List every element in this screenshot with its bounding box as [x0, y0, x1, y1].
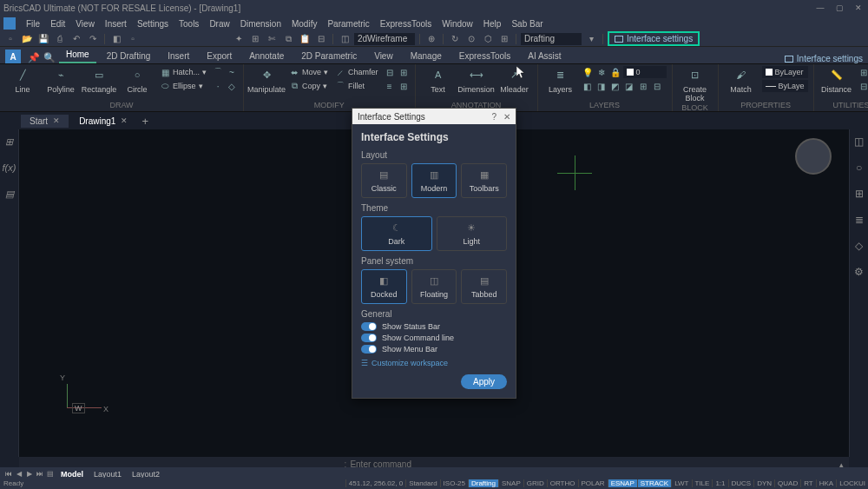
- menu-expresstools[interactable]: ExpressTools: [375, 17, 437, 30]
- menu-sabbar[interactable]: Sab Bar: [506, 17, 548, 30]
- chevron-down-icon[interactable]: ▾: [584, 33, 598, 45]
- menu-view[interactable]: View: [70, 17, 100, 30]
- status-ducs[interactable]: DUCS: [728, 479, 754, 487]
- menu-draw[interactable]: Draw: [204, 17, 234, 30]
- tab-home[interactable]: Home: [59, 47, 96, 63]
- trim-icon[interactable]: ⊟: [384, 66, 396, 78]
- menu-parametric[interactable]: Parametric: [322, 17, 374, 30]
- nav-cube[interactable]: [795, 138, 832, 175]
- layer-tool-icon[interactable]: ◨: [595, 80, 608, 92]
- toggle-status-bar[interactable]: Show Status Bar: [361, 322, 507, 331]
- maximize-icon[interactable]: ▢: [833, 3, 845, 13]
- tab-annotate[interactable]: Annotate: [242, 49, 291, 63]
- fillet-button[interactable]: ⌒Fillet: [333, 80, 380, 92]
- array-icon[interactable]: ⊞: [398, 80, 410, 92]
- tab-insert[interactable]: Insert: [161, 49, 196, 63]
- copy-icon[interactable]: ⧉: [281, 33, 295, 45]
- tab-expresstools[interactable]: ExpressTools: [452, 49, 517, 63]
- doc-tab-drawing1[interactable]: Drawing1✕: [70, 115, 136, 128]
- view-icon-2[interactable]: ⊞: [497, 33, 511, 45]
- move-button[interactable]: ⬌Move▾: [287, 66, 330, 78]
- text-button[interactable]: AText: [421, 66, 456, 94]
- pin-icon[interactable]: 📌: [28, 51, 40, 63]
- target-icon[interactable]: ⊕: [424, 33, 438, 45]
- dialog-header[interactable]: Interface Settings ? ✕: [352, 109, 516, 124]
- fx-icon[interactable]: f(x): [3, 161, 16, 175]
- layer-tool-icon[interactable]: ◪: [623, 80, 635, 92]
- status-snap[interactable]: SNAP: [498, 479, 523, 487]
- dimension-button[interactable]: ⟷Dimension: [459, 66, 494, 94]
- view-icon[interactable]: ⬡: [481, 33, 495, 45]
- status-esnap[interactable]: ESNAP: [608, 479, 637, 487]
- layout-modern-option[interactable]: ▥Modern: [411, 163, 457, 198]
- cut-icon[interactable]: ✄: [265, 33, 279, 45]
- layer-icon[interactable]: ◧: [109, 33, 123, 45]
- workspace-dropdown[interactable]: Drafting: [521, 33, 582, 45]
- status-grid[interactable]: GRID: [523, 479, 547, 487]
- toggle-switch[interactable]: [361, 345, 377, 354]
- toggle-switch[interactable]: [361, 334, 377, 342]
- layer-lock-icon[interactable]: 🔒: [609, 66, 621, 78]
- menu-dimension[interactable]: Dimension: [235, 17, 286, 30]
- print-icon[interactable]: ⎙: [53, 33, 67, 45]
- status-strack[interactable]: STRACK: [637, 479, 671, 487]
- layer-on-icon[interactable]: 💡: [582, 66, 594, 78]
- layer-tool-icon[interactable]: ◩: [609, 80, 621, 92]
- layer-current-dropdown[interactable]: 0: [623, 66, 667, 78]
- status-lockui[interactable]: LOCKUI: [836, 479, 868, 487]
- status-dyn[interactable]: DYN: [753, 479, 774, 487]
- menu-help[interactable]: Help: [478, 17, 507, 30]
- linetype-dropdown[interactable]: ByLaye: [762, 80, 808, 92]
- menu-edit[interactable]: Edit: [45, 17, 70, 30]
- create-block-button[interactable]: ⊡Create Block: [678, 66, 713, 102]
- toggle-menu-bar[interactable]: Show Menu Bar: [361, 345, 507, 354]
- status-polar[interactable]: POLAR: [578, 479, 608, 487]
- status-quad[interactable]: QUAD: [774, 479, 800, 487]
- arc-icon[interactable]: ⌒: [212, 66, 224, 78]
- spline-icon[interactable]: ~: [226, 66, 238, 78]
- color-dropdown[interactable]: ByLayer: [762, 66, 808, 78]
- util-icon[interactable]: ⊟: [858, 80, 868, 92]
- apply-button[interactable]: Apply: [461, 374, 507, 389]
- ellipse-button[interactable]: ⬭Ellipse▾: [158, 80, 208, 92]
- close-icon[interactable]: ✕: [53, 116, 60, 125]
- circle-icon[interactable]: ○: [852, 161, 866, 175]
- redo-icon[interactable]: ↷: [86, 33, 100, 45]
- menu-settings[interactable]: Settings: [132, 17, 174, 30]
- tool-icon-2[interactable]: ⊞: [248, 33, 262, 45]
- settings-icon[interactable]: ⚙: [852, 265, 866, 279]
- tab-ai-assist[interactable]: AI Assist: [521, 49, 568, 63]
- status-ortho[interactable]: ORTHO: [547, 479, 578, 487]
- tab-manage[interactable]: Manage: [404, 49, 449, 63]
- tool-icon[interactable]: ✦: [232, 33, 246, 45]
- nav-icon[interactable]: ⊙: [464, 33, 478, 45]
- app-icon[interactable]: [3, 17, 16, 30]
- search-icon[interactable]: 🔍: [43, 51, 56, 63]
- close-icon[interactable]: ✕: [121, 116, 128, 125]
- tab-2d-drafting[interactable]: 2D Drafting: [100, 49, 158, 63]
- layer-tool-icon[interactable]: ⊟: [651, 80, 663, 92]
- open-icon[interactable]: 📂: [20, 33, 34, 45]
- interface-settings-label-2[interactable]: Interface settings: [797, 54, 863, 63]
- status-tile[interactable]: TILE: [692, 479, 713, 487]
- minimize-icon[interactable]: —: [814, 3, 826, 13]
- interface-settings-button[interactable]: Interface settings: [608, 31, 700, 46]
- status-standard[interactable]: Standard: [405, 479, 439, 487]
- tab-2d-parametric[interactable]: 2D Parametric: [294, 49, 364, 63]
- paste-icon[interactable]: 📋: [298, 33, 312, 45]
- circle-button[interactable]: ○Circle: [120, 66, 155, 94]
- close-icon[interactable]: ✕: [503, 112, 510, 122]
- line-button[interactable]: ╱Line: [5, 66, 40, 94]
- diamond-icon[interactable]: ◇: [852, 239, 866, 253]
- layer-tool-icon[interactable]: ◧: [582, 80, 594, 92]
- offset-icon[interactable]: ≡: [384, 80, 396, 92]
- grid-icon[interactable]: ⊞: [852, 187, 866, 201]
- app-menu-button[interactable]: A: [5, 50, 21, 63]
- status-coords[interactable]: 451.12, 256.02, 0: [345, 479, 405, 487]
- manipulate-button[interactable]: ✥Manipulate: [249, 66, 284, 94]
- add-tab-button[interactable]: +: [138, 114, 152, 128]
- customize-workspace-link[interactable]: ☰Customize workspace: [361, 359, 507, 367]
- extend-icon[interactable]: ⊞: [398, 66, 410, 78]
- tab-view[interactable]: View: [367, 49, 400, 63]
- chamfer-button[interactable]: ⟋Chamfer: [333, 66, 380, 78]
